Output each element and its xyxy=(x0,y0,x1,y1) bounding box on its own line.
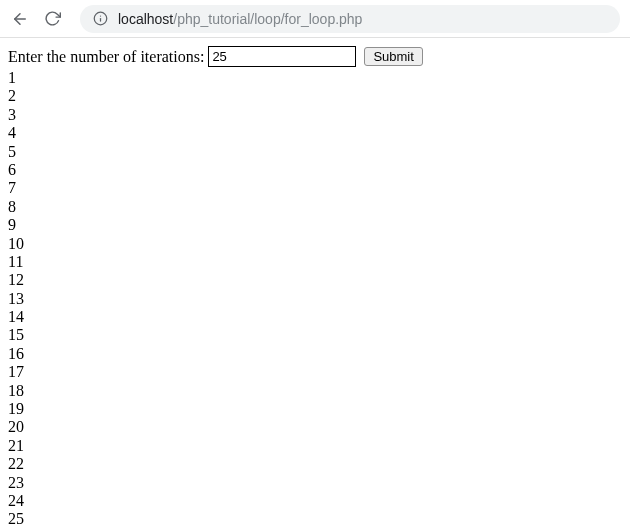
output-line: 19 xyxy=(8,400,622,418)
url-path: /php_tutorial/loop/for_loop.php xyxy=(173,11,362,27)
output-list: 1234567891011121314151617181920212223242… xyxy=(8,69,622,527)
output-line: 22 xyxy=(8,455,622,473)
output-line: 7 xyxy=(8,179,622,197)
iterations-input[interactable] xyxy=(208,46,356,67)
page-content: Enter the number of iterations: Submit 1… xyxy=(0,38,630,527)
output-line: 13 xyxy=(8,290,622,308)
output-line: 17 xyxy=(8,363,622,381)
output-line: 11 xyxy=(8,253,622,271)
output-line: 5 xyxy=(8,143,622,161)
iterations-label: Enter the number of iterations: xyxy=(8,48,204,66)
url-host: localhost xyxy=(118,11,173,27)
submit-button[interactable]: Submit xyxy=(364,47,422,66)
output-line: 15 xyxy=(8,326,622,344)
output-line: 12 xyxy=(8,271,622,289)
reload-icon[interactable] xyxy=(42,9,62,29)
output-line: 2 xyxy=(8,87,622,105)
output-line: 20 xyxy=(8,418,622,436)
address-bar[interactable]: localhost/php_tutorial/loop/for_loop.php xyxy=(80,5,620,33)
back-icon[interactable] xyxy=(10,9,30,29)
output-line: 1 xyxy=(8,69,622,87)
output-line: 10 xyxy=(8,235,622,253)
output-line: 25 xyxy=(8,510,622,527)
output-line: 8 xyxy=(8,198,622,216)
site-info-icon[interactable] xyxy=(92,11,108,27)
output-line: 21 xyxy=(8,437,622,455)
output-line: 14 xyxy=(8,308,622,326)
output-line: 9 xyxy=(8,216,622,234)
output-line: 24 xyxy=(8,492,622,510)
output-line: 18 xyxy=(8,382,622,400)
output-line: 3 xyxy=(8,106,622,124)
output-line: 6 xyxy=(8,161,622,179)
output-line: 23 xyxy=(8,474,622,492)
iterations-form: Enter the number of iterations: Submit xyxy=(8,46,622,67)
url-text: localhost/php_tutorial/loop/for_loop.php xyxy=(118,11,362,27)
browser-toolbar: localhost/php_tutorial/loop/for_loop.php xyxy=(0,0,630,38)
output-line: 16 xyxy=(8,345,622,363)
output-line: 4 xyxy=(8,124,622,142)
